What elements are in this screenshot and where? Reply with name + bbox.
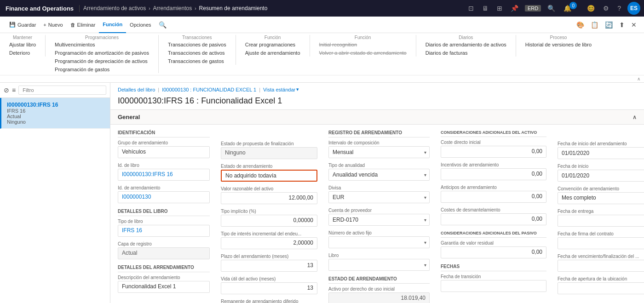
prog-gas-btn[interactable]: Programación de gastos [51,66,153,73]
search-icon[interactable]: 🔍 [546,4,557,13]
anticipos-value[interactable]: 0,00 [441,191,546,203]
incentivos-value[interactable]: 0,00 [441,168,546,180]
window-icon[interactable]: ⊡ [466,4,476,13]
garantia-value[interactable]: 0,00 [441,246,546,258]
funcion-tab-btn[interactable]: Función [99,17,126,33]
numero-activo-select[interactable]: ▾ [328,236,430,248]
initial-recognition-btn[interactable]: Initial recognition [316,41,410,48]
notification-badge: 0 [569,2,577,9]
settings-icon[interactable]: ⚙ [601,4,611,13]
intervalo-select[interactable]: Mensual ▾ [328,146,430,158]
ribbon-group-funcion1: Función Crear programaciones Ajuste de a… [236,35,310,57]
descripcion-value[interactable]: Funcionalidad Excel 1 [118,281,210,293]
ajuste-arrend-btn[interactable]: Ajuste de arrendamiento [242,49,304,57]
fecha-apertura-select[interactable]: 📅 [558,282,644,294]
fecha-firma-select[interactable]: 📅 [558,237,644,249]
avatar[interactable]: ES [627,2,640,15]
expand-icon[interactable]: ⬆ [617,20,627,29]
descripcion-field: Descripción del arrendamiento Funcionali… [118,275,210,293]
plazo-value[interactable]: 13 [221,260,317,272]
tipo-libro-value[interactable]: IFRS 16 [118,225,210,237]
filter-icon[interactable]: ⊘ [4,86,9,94]
pin-icon[interactable]: 📌 [509,4,520,13]
help-icon[interactable]: ? [615,4,623,13]
fecha-entrega-select[interactable]: 📅 [558,215,644,227]
registro-header: REGISTRO DE ARRENDAMIENTO [328,130,430,137]
list-view-icon[interactable]: ≡ [12,86,16,94]
section-header-general[interactable]: General ∧ [110,110,644,125]
view-standard-link[interactable]: Vista estándar ▾ [263,86,299,92]
id-arrend-value[interactable]: I000000130 [118,191,210,203]
valor-razonable-value[interactable]: 12.000,00 [221,192,317,204]
ribbon-group-transacciones: Transacciones Transacciones de pasivos T… [159,35,236,65]
filter-input[interactable] [18,86,106,95]
libro-select[interactable]: ▾ [328,259,430,271]
erd-badge[interactable]: ERD [525,5,541,11]
details-link[interactable]: Detalles del libro [118,87,155,92]
divisa-select[interactable]: EUR ▾ [328,191,430,203]
section-collapse-arrow[interactable]: ∧ [632,114,637,120]
fecha-transicion-value[interactable] [441,280,546,292]
vida-util-value[interactable]: 13 [221,282,317,294]
crear-prog-btn[interactable]: Crear programaciones [242,41,304,48]
new-tab-btn[interactable]: + Nuevo [40,17,66,33]
save-tab-btn[interactable]: 💾 Guardar [6,17,40,33]
breadcrumb-item-1[interactable]: Arrendamiento de activos [83,5,146,11]
volver-abrir-btn[interactable]: Volver a abrir estado de arrendamiento [316,49,410,57]
fecha-inicio-select[interactable]: 01/01/2020 📅 [558,170,644,182]
ajustar-libro-btn[interactable]: Ajustar libro [6,41,40,48]
diarios-label: Diarios [422,35,510,40]
tipo-anualidad-field: Tipo de anualidad Anualidad vencida ▾ [328,163,430,181]
monitor-icon[interactable]: 🖥 [480,4,490,13]
prog-dep-btn[interactable]: Programación de depreciación de activos [51,57,153,65]
garantia-label: Garantía de valor residual [441,240,546,246]
search-ribbon-icon[interactable]: 🔍 [159,21,167,29]
cuenta-proveedor-select[interactable]: ERD-0170 ▾ [328,214,430,226]
close-view-icon[interactable]: ✕ [629,20,638,29]
id-link[interactable]: I000000130 : FUNCIONALIDAD EXCEL 1 [162,87,256,92]
estado-propuesta-field: Estado de propuesta de finalización Ning… [221,141,317,159]
estado-arrendamiento-value[interactable]: No adquirido todavía [221,170,317,182]
vida-util-field: Vida útil del activo (meses) 13 [221,276,317,294]
notif-container[interactable]: 🔔 0 [562,4,581,13]
id-libro-label: Id. de libro [118,163,210,168]
breadcrumb-item-2[interactable]: Arrendamientos [153,5,192,11]
coste-directo-value[interactable]: 0,00 [441,146,546,158]
trans-activos-btn[interactable]: Transacciones de activos [164,49,230,57]
multivenc-btn[interactable]: Multivencimientos [51,41,153,48]
refresh-icon[interactable]: 🔄 [603,20,615,29]
section-content-general: IDENTIFICACIÓN Grupo de arrendamiento Ve… [110,125,644,303]
user-face-icon[interactable]: 😊 [585,4,597,13]
fecha-inicio-arrend-field: Fecha de inicio del arrendamiento 01/01/… [558,141,644,159]
deterioro-btn[interactable]: Deterioro [6,49,40,57]
tipo-implicito-value[interactable]: 0,00000 [221,215,317,227]
opciones-tab-btn[interactable]: Opciones [126,17,155,33]
collapse-ribbon-btn[interactable]: ∧ [637,76,640,81]
trans-pasivos-btn[interactable]: Transacciones de pasivos [164,41,230,48]
personalize-icon[interactable]: 🎨 [575,20,586,29]
fecha-firma-value [558,241,644,245]
tipo-interes-value[interactable]: 2,00000 [221,237,317,249]
list-item[interactable]: I000000130:IFRS 16 IFRS 16 Actual Ningun… [0,98,110,129]
prog-amor-btn[interactable]: Programación de amortización de pasivos [51,49,153,57]
diarios-facturas-btn[interactable]: Diarios de facturas [422,49,510,57]
estado-arrendamiento-label: Estado de arrendamiento [221,164,317,169]
grid-icon[interactable]: ⊞ [495,4,504,13]
main-layout: ⊘ ≡ I000000130:IFRS 16 IFRS 16 Actual Ni… [0,83,644,303]
convencion-value[interactable]: Mes completo [558,192,644,204]
fecha-vencimiento-field: Fecha de vencimiento/finalización del ..… [558,254,644,272]
delete-tab-btn[interactable]: 🗑 Eliminar [67,17,99,33]
costes-desman-label: Costes de desmantelamiento [441,207,546,212]
fecha-vencimiento-select[interactable]: 📅 [558,260,644,272]
breadcrumb-item-3[interactable]: Resumen de arrendamiento [199,5,268,11]
diarios-arrend-btn[interactable]: Diarios de arrendamiento de activos [422,41,510,48]
trans-gastos-btn[interactable]: Transacciones de gastos [164,57,230,65]
historial-versiones-btn[interactable]: Historial de versiones de libro [522,41,595,48]
grupo-value[interactable]: Vehículos [118,146,210,158]
costes-desman-value[interactable]: 0,00 [441,213,546,225]
fecha-inicio-arrend-select[interactable]: 01/01/2020 📅 [558,147,644,159]
options-icon[interactable]: 📋 [589,20,600,29]
id-libro-value[interactable]: I000000130:IFRS 16 [118,169,210,181]
tipo-anualidad-select[interactable]: Anualidad vencida ▾ [328,169,430,181]
divisa-label: Divisa [328,185,430,190]
